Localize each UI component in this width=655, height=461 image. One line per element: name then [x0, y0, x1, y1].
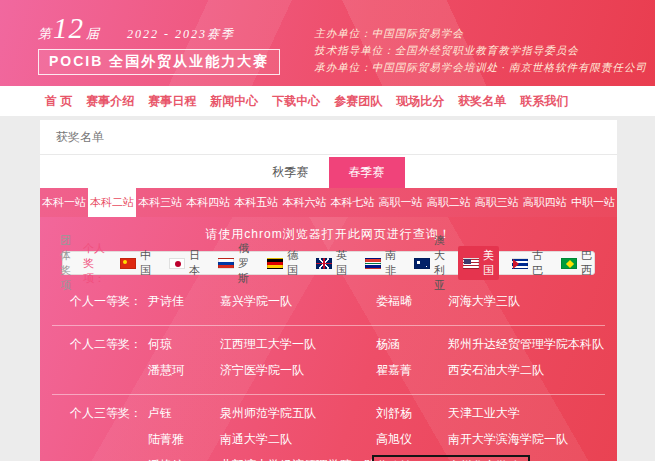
- award-entry: 刘舒杨 天津工业大学: [376, 405, 617, 422]
- country-filter-russia[interactable]: 俄罗斯: [213, 239, 254, 288]
- edition-suffix: 届: [86, 26, 99, 41]
- country-label: 俄罗斯: [238, 241, 249, 286]
- panel-title: 获奖名单: [40, 120, 617, 155]
- winner-name: 刘舒杨: [376, 405, 448, 422]
- country-label: 英国: [336, 248, 347, 278]
- japan-flag-icon: [169, 258, 185, 269]
- individual-award-label[interactable]: 个人奖项：: [83, 241, 105, 286]
- country-filter-usa[interactable]: 美国: [458, 246, 499, 280]
- award-entry: 潘慧珂 济宁医学院一队: [148, 362, 376, 379]
- brazil-flag-icon: [561, 258, 577, 269]
- country-label: 古巴: [532, 248, 543, 278]
- edition-line: 第12届2022 - 2023赛季: [38, 12, 280, 45]
- tab-undergrad-station-5[interactable]: 本科五站: [232, 188, 280, 217]
- nav-item-schedule[interactable]: 赛事日程: [148, 93, 196, 110]
- second-prize-group: 个人二等奖： 何琼 江西理工大学一队 潘慧珂 济宁医学院一队 杨涵 郑州升达经贸…: [40, 326, 617, 392]
- award-column: 刘舒杨 天津工业大学 高旭仪 南开大学滨海学院一队 黄婉敏 广州华商学院 郑玉龙…: [376, 405, 617, 461]
- award-column: 杨涵 郑州升达经贸管理学院本科队 瞿嘉菁 西安石油大学二队: [376, 336, 617, 388]
- group-award-label[interactable]: 团体奖项: [60, 233, 71, 293]
- nav-item-intro[interactable]: 赛事介绍: [86, 93, 134, 110]
- winner-name: 陆菁雅: [148, 431, 220, 448]
- tab-undergrad-station-4[interactable]: 本科四站: [184, 188, 232, 217]
- award-entry: 何琼 江西理工大学一队: [148, 336, 376, 353]
- nav-item-teams[interactable]: 参赛团队: [334, 93, 382, 110]
- nav-item-news[interactable]: 新闻中心: [210, 93, 258, 110]
- tab-autumn-season[interactable]: 秋季赛: [253, 157, 329, 188]
- edition-prefix: 第: [38, 26, 51, 41]
- first-prize-group: 个人一等奖： 尹诗佳 嘉兴学院一队 娄福晞 河海大学三队: [40, 283, 617, 323]
- winner-name: 潘慧珂: [148, 362, 220, 379]
- country-label: 德国: [287, 248, 298, 278]
- organizer-info: 主办单位：中国国际贸易学会 技术指导单位：全国外经贸职业教育教学指导委员会 承办…: [314, 25, 647, 76]
- country-filter-japan[interactable]: 日本: [164, 246, 205, 280]
- winner-team: 泉州师范学院五队: [220, 405, 316, 422]
- winner-team: 北部湾大学经济管理学院二队: [220, 457, 376, 461]
- country-label: 巴西: [581, 248, 592, 278]
- country-label: 澳大利亚: [434, 233, 445, 293]
- winner-name: 杨涵: [376, 336, 448, 353]
- winner-team: 西安石油大学二队: [448, 362, 544, 379]
- main-nav: 首 页 赛事介绍 赛事日程 新闻中心 下载中心 参赛团队 现场比分 获奖名单 联…: [0, 86, 655, 116]
- country-filter-uk[interactable]: 英国: [311, 246, 352, 280]
- award-entry: 杨涵 郑州升达经贸管理学院本科队: [376, 336, 617, 353]
- tab-undergrad-station-6[interactable]: 本科六站: [280, 188, 328, 217]
- tab-undergrad-station-7[interactable]: 本科七站: [328, 188, 376, 217]
- edition-number: 12: [51, 12, 86, 44]
- south-africa-flag-icon: [365, 258, 381, 269]
- tab-undergrad-station-2[interactable]: 本科二站: [88, 188, 136, 217]
- country-filter-germany[interactable]: 德国: [262, 246, 303, 280]
- country-filter-australia[interactable]: 澳大利亚: [409, 231, 450, 295]
- winner-team: 天津工业大学: [448, 405, 520, 422]
- country-filter-brazil[interactable]: 巴西: [556, 246, 597, 280]
- competition-name: POCIB 全国外贸从业能力大赛: [38, 49, 280, 75]
- winner-team: 南通大学二队: [220, 431, 292, 448]
- nav-item-live-score[interactable]: 现场比分: [396, 93, 444, 110]
- season-tabs: 秋季赛 春季赛: [40, 155, 617, 188]
- winner-team: 济宁医学院一队: [220, 362, 304, 379]
- award-entry: 陆菁雅 南通大学二队: [148, 431, 376, 448]
- award-entry: 娄福晞 河海大学三队: [376, 293, 617, 310]
- winner-team: 南开大学滨海学院一队: [448, 431, 568, 448]
- nav-item-home[interactable]: 首 页: [45, 93, 72, 110]
- tab-undergrad-station-3[interactable]: 本科三站: [136, 188, 184, 217]
- prize-label: 个人三等奖：: [70, 405, 148, 461]
- usa-flag-icon: [463, 258, 479, 269]
- winner-team: 河海大学三队: [448, 293, 520, 310]
- prize-label: 个人二等奖：: [70, 336, 148, 388]
- cuba-flag-icon: [512, 258, 528, 269]
- nav-item-awards[interactable]: 获奖名单: [458, 93, 506, 110]
- winner-name: 潘艳姣: [148, 457, 220, 461]
- tab-undergrad-station-1[interactable]: 本科一站: [40, 188, 88, 217]
- award-column: 卢钰 泉州师范学院五队 陆菁雅 南通大学二队 潘艳姣 北部湾大学经济管理学院二队…: [148, 405, 376, 461]
- tab-vocational-station-4[interactable]: 高职四站: [521, 188, 569, 217]
- nav-item-download[interactable]: 下载中心: [272, 93, 320, 110]
- legend-bar: 团体奖项 个人奖项： 中国 日本 俄罗斯 德国 英国 南非 澳大利亚 美国 古巴…: [62, 251, 595, 275]
- uk-flag-icon: [316, 258, 332, 269]
- nav-item-contact[interactable]: 联系我们: [520, 93, 568, 110]
- china-flag-icon: [120, 258, 136, 269]
- winner-name: 娄福晞: [376, 293, 448, 310]
- third-prize-group: 个人三等奖： 卢钰 泉州师范学院五队 陆菁雅 南通大学二队 潘艳姣 北部湾大学经…: [40, 395, 617, 461]
- country-filter-china[interactable]: 中国: [115, 246, 156, 280]
- award-entry: 高旭仪 南开大学滨海学院一队: [376, 431, 617, 448]
- winner-team: 嘉兴学院一队: [220, 293, 292, 310]
- organizer-line: 技术指导单位：全国外经贸职业教育教学指导委员会: [314, 42, 647, 59]
- country-label: 中国: [140, 248, 151, 278]
- awards-content: 请使用chrom浏览器打开此网页进行查询！ 团体奖项 个人奖项： 中国 日本 俄…: [40, 217, 617, 461]
- country-filter-south-africa[interactable]: 南非: [360, 246, 401, 280]
- winner-name: 卢钰: [148, 405, 220, 422]
- award-entry: 潘艳姣 北部湾大学经济管理学院二队: [148, 457, 376, 461]
- winner-name: 高旭仪: [376, 431, 448, 448]
- tab-vocational-station-2[interactable]: 高职二站: [425, 188, 473, 217]
- winner-team: 江西理工大学一队: [220, 336, 316, 353]
- tab-vocational-station-1[interactable]: 高职一站: [377, 188, 425, 217]
- awards-list: 个人一等奖： 尹诗佳 嘉兴学院一队 娄福晞 河海大学三队 个人二等奖：: [40, 275, 617, 461]
- country-label: 美国: [483, 248, 494, 278]
- winner-name: 何琼: [148, 336, 220, 353]
- tab-secondary-station-1[interactable]: 中职一站: [569, 188, 617, 217]
- tab-vocational-station-3[interactable]: 高职三站: [473, 188, 521, 217]
- tab-spring-season[interactable]: 春季赛: [329, 157, 405, 188]
- competition-branding: 第12届2022 - 2023赛季 POCIB 全国外贸从业能力大赛: [38, 12, 280, 75]
- country-filter-cuba[interactable]: 古巴: [507, 246, 548, 280]
- organizer-line: 承办单位：中国国际贸易学会培训处 · 南京世格软件有限责任公司: [314, 59, 647, 76]
